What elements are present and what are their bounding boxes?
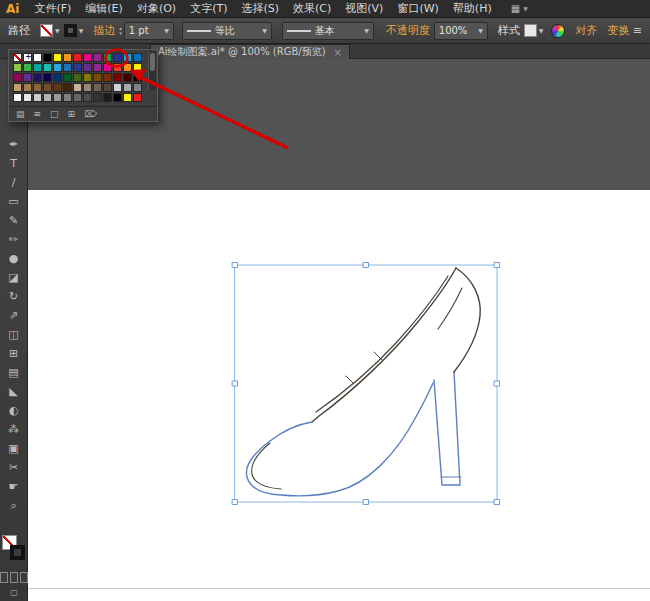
menu-item[interactable]: 文件(F) [27, 0, 78, 17]
pen-tool[interactable]: ✒ [0, 135, 27, 154]
swatch[interactable] [13, 83, 22, 92]
swatch[interactable] [53, 63, 62, 72]
fill-color-control[interactable]: ▼ [40, 24, 60, 37]
draw-normal-mode-icon[interactable] [0, 572, 8, 583]
type-tool[interactable]: T [0, 154, 27, 173]
swatch[interactable] [123, 83, 132, 92]
menu-item[interactable]: 选择(S) [234, 0, 286, 17]
swatch[interactable] [133, 83, 142, 92]
swatch[interactable] [63, 53, 72, 62]
swatch[interactable] [113, 93, 122, 102]
document-tab[interactable]: Ai绘制图案.ai* @ 100% (RGB/预览) × [150, 44, 350, 59]
swatch[interactable] [123, 93, 132, 102]
swatch[interactable] [43, 53, 52, 62]
swatch[interactable] [93, 83, 102, 92]
menu-item[interactable]: 文字(T) [183, 0, 234, 17]
swatch[interactable] [43, 83, 52, 92]
opacity-select[interactable]: 100% ▼ [434, 22, 488, 40]
swatch[interactable] [33, 53, 42, 62]
paintbrush-tool[interactable]: ✎ [0, 211, 27, 230]
swatch[interactable] [123, 63, 132, 72]
line-segment-tool[interactable]: ∕ [0, 173, 27, 192]
rectangle-tool[interactable]: ▭ [0, 192, 27, 211]
swatch[interactable] [73, 93, 82, 102]
swatch-libraries-icon[interactable]: ▤ [16, 109, 25, 119]
swatch[interactable] [53, 83, 62, 92]
swatch[interactable] [23, 93, 32, 102]
screen-mode-icon[interactable]: ▢ [0, 588, 28, 597]
zoom-tool[interactable]: ⌕ [0, 496, 27, 515]
control-panel-menu-icon[interactable]: ≡ [633, 24, 642, 37]
blend-tool[interactable]: ◐ [0, 401, 27, 420]
swatch[interactable] [113, 83, 122, 92]
swatch[interactable] [53, 93, 62, 102]
swatch[interactable] [83, 83, 92, 92]
swatch[interactable] [133, 53, 142, 62]
eyedropper-tool[interactable]: ◣ [0, 382, 27, 401]
stroke-width-stepper[interactable]: ▴▾ [119, 26, 122, 36]
eraser-tool[interactable]: ◪ [0, 268, 27, 287]
swatch[interactable] [23, 63, 32, 72]
swatch[interactable] [53, 73, 62, 82]
swatch[interactable] [133, 93, 142, 102]
handle-top-mid[interactable] [364, 263, 369, 268]
stroke-panel-link[interactable]: 描边 [93, 23, 115, 38]
swatch[interactable] [113, 73, 122, 82]
blob-brush-tool[interactable]: ● [0, 249, 27, 268]
swatch[interactable] [83, 53, 92, 62]
swatch[interactable] [73, 73, 82, 82]
swatch[interactable] [23, 83, 32, 92]
slice-tool[interactable]: ✂ [0, 458, 27, 477]
swatch[interactable] [103, 63, 112, 72]
swatch[interactable] [73, 83, 82, 92]
menu-item[interactable]: 对象(O) [130, 0, 183, 17]
handle-bottom-left[interactable] [233, 500, 238, 505]
artboard-tool[interactable]: ▣ [0, 439, 27, 458]
handle-mid-left[interactable] [233, 381, 238, 386]
swatch[interactable] [93, 63, 102, 72]
opacity-panel-link[interactable]: 不透明度 [386, 23, 430, 38]
swatch[interactable] [123, 53, 132, 62]
swatch[interactable] [83, 73, 92, 82]
width-profile-select[interactable]: 等比 ▼ [182, 22, 272, 40]
panel-scroll-thumb[interactable] [150, 53, 155, 71]
swatch[interactable] [83, 93, 92, 102]
swatch[interactable] [13, 93, 22, 102]
hand-tool[interactable]: ☛ [0, 477, 27, 496]
swatch[interactable] [63, 93, 72, 102]
menu-item[interactable]: 窗口(W) [390, 0, 445, 17]
stroke-width-select[interactable]: 1 pt ▼ [124, 22, 174, 40]
new-swatch-icon[interactable]: ⊞ [68, 109, 76, 119]
arrange-documents-icon[interactable]: ▦ [511, 3, 520, 14]
swatch[interactable] [43, 63, 52, 72]
swatch[interactable] [63, 73, 72, 82]
stroke-color-control[interactable]: ▼ [64, 24, 84, 37]
swatch[interactable] [43, 73, 52, 82]
align-panel-link[interactable]: 对齐 [575, 23, 597, 38]
shoe-artwork[interactable] [225, 255, 510, 510]
swatch[interactable] [103, 73, 112, 82]
swatch[interactable] [23, 53, 32, 62]
shoe-platform-seam-path[interactable] [252, 443, 281, 489]
swatch[interactable] [33, 83, 42, 92]
draw-behind-mode-icon[interactable] [10, 572, 18, 583]
handle-mid-right[interactable] [495, 381, 500, 386]
recolor-artwork-icon[interactable] [551, 24, 565, 38]
swatch[interactable] [103, 53, 112, 62]
new-color-group-icon[interactable]: □ [50, 109, 59, 119]
swatch[interactable] [13, 73, 22, 82]
swatch[interactable] [13, 63, 22, 72]
stepper-down-icon[interactable]: ▾ [119, 31, 122, 36]
app-logo[interactable]: Ai [6, 2, 19, 16]
swatch[interactable] [33, 63, 42, 72]
swatch[interactable] [133, 63, 142, 72]
swatch[interactable] [123, 73, 132, 82]
swatch[interactable] [13, 53, 22, 62]
swatch[interactable] [93, 93, 102, 102]
style-select[interactable]: ▼ [524, 24, 544, 37]
swatch[interactable] [63, 83, 72, 92]
panel-scrollbar[interactable] [148, 51, 156, 90]
swatch[interactable] [103, 93, 112, 102]
menu-item[interactable]: 视图(V) [338, 0, 390, 17]
shoe-back-path[interactable] [454, 268, 480, 372]
